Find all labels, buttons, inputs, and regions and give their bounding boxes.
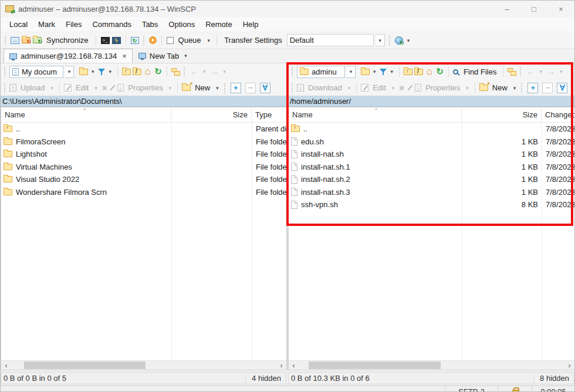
root-directory-icon[interactable] xyxy=(133,69,141,75)
select-files-button[interactable]: + xyxy=(527,83,538,93)
swap-panels-icon[interactable]: ↔ xyxy=(11,37,19,44)
toolbar-grip[interactable] xyxy=(4,83,6,93)
minimize-button[interactable]: – xyxy=(493,1,520,17)
open-directory-caret-icon[interactable]: ▾ xyxy=(90,69,96,75)
download-icon[interactable]: ↓ xyxy=(297,84,304,92)
local-hidden-count[interactable]: 4 hidden xyxy=(245,373,286,384)
new-caret-icon[interactable]: ▾ xyxy=(512,85,518,91)
remote-drive-combo[interactable]: adminu xyxy=(297,66,345,78)
selection-filter-button[interactable]: ∀ xyxy=(557,83,567,93)
synchronize-icon[interactable] xyxy=(33,37,42,43)
local-path-bar[interactable]: C:\Users\Administrator\Documents\ xyxy=(1,96,287,107)
file-row[interactable]: LightshotFile folder xyxy=(1,148,286,161)
edit-caret-icon[interactable]: ▾ xyxy=(93,85,99,91)
properties-icon[interactable] xyxy=(117,84,124,92)
new-button[interactable]: New xyxy=(192,83,212,92)
remote-path-bar[interactable]: /home/adminuser/ xyxy=(288,96,575,107)
file-row[interactable]: edu.sh1 KB7/8/2023 xyxy=(289,136,574,148)
unselect-files-button[interactable]: − xyxy=(245,83,256,93)
synchronize-button[interactable]: Synchronize xyxy=(44,36,91,45)
edit-button[interactable]: Edit xyxy=(370,83,388,92)
parent-directory-row[interactable]: ..7/8/2023 xyxy=(289,123,574,136)
selection-filter-button[interactable]: ∀ xyxy=(260,83,270,93)
session-duration[interactable]: 0:00:05 xyxy=(532,386,574,392)
refresh-icon[interactable]: ↻ xyxy=(154,67,163,76)
unselect-files-button[interactable]: − xyxy=(542,83,553,93)
remote-drive-caret-icon[interactable]: ▾ xyxy=(347,66,356,78)
file-row[interactable]: install-nat.sh1 KB7/8/2023 xyxy=(289,148,574,161)
file-row[interactable]: Wondershare Filmora ScrnFile folder xyxy=(1,186,286,199)
column-header-size[interactable]: Size xyxy=(171,108,252,122)
back-caret-icon[interactable]: ▾ xyxy=(201,69,208,75)
properties-caret-icon[interactable]: ▾ xyxy=(464,85,471,91)
queue-button[interactable]: Queue xyxy=(176,36,204,45)
root-directory-icon[interactable] xyxy=(414,69,423,75)
forward-caret-icon[interactable]: ▾ xyxy=(222,69,228,75)
session-tab[interactable]: adminuser@192.168.78.134 × xyxy=(4,49,133,63)
upload-icon[interactable]: ↑ xyxy=(9,84,16,92)
toolbar-grip[interactable] xyxy=(183,66,186,77)
remote-hidden-count[interactable]: 8 hidden xyxy=(533,373,574,384)
file-row[interactable]: Visual Studio 2022File folder xyxy=(1,173,286,186)
transfer-preset-combo[interactable]: Default xyxy=(287,34,374,46)
back-caret-icon[interactable]: ▾ xyxy=(537,69,544,75)
open-in-putty-icon[interactable]: ϟ xyxy=(112,37,121,44)
toolbar-grip[interactable] xyxy=(4,35,7,46)
home-directory-icon[interactable]: ⌂ xyxy=(143,67,152,76)
new-folder-icon[interactable] xyxy=(182,85,191,91)
scroll-thumb[interactable] xyxy=(24,361,146,369)
properties-caret-icon[interactable]: ▾ xyxy=(167,85,174,91)
rename-icon[interactable] xyxy=(407,84,413,92)
directory-tree-icon[interactable] xyxy=(508,68,516,76)
toolbar-grip[interactable] xyxy=(4,66,6,77)
properties-button[interactable]: Properties xyxy=(423,83,462,92)
edit-button[interactable]: Edit xyxy=(73,83,91,92)
new-folder-icon[interactable] xyxy=(479,85,488,91)
menu-remote[interactable]: Remote xyxy=(200,17,238,32)
close-button[interactable]: × xyxy=(547,1,574,17)
column-header-size[interactable]: Size xyxy=(462,108,542,122)
column-header-changed[interactable]: Changed xyxy=(542,108,574,122)
delete-icon[interactable]: × xyxy=(101,84,109,92)
column-header-name[interactable]: Name xyxy=(1,108,171,122)
menu-mark[interactable]: Mark xyxy=(33,17,60,32)
new-caret-icon[interactable]: ▾ xyxy=(214,85,221,91)
open-console-icon[interactable]: >_ xyxy=(101,37,110,44)
refresh-icon[interactable]: ↻ xyxy=(435,67,444,76)
open-directory-caret-icon[interactable]: ▾ xyxy=(371,69,378,75)
open-directory-icon[interactable] xyxy=(361,69,370,75)
preferences-gear-icon[interactable] xyxy=(149,36,157,44)
properties-icon[interactable] xyxy=(415,84,421,92)
toolbar-grip[interactable] xyxy=(143,35,146,46)
scroll-right-icon[interactable]: › xyxy=(276,361,286,370)
file-row[interactable]: install-nat.sh.11 KB7/8/2023 xyxy=(289,161,574,174)
scroll-thumb[interactable] xyxy=(309,361,441,369)
scroll-track[interactable] xyxy=(11,361,276,370)
file-row[interactable]: install-nat.sh.21 KB7/8/2023 xyxy=(289,173,574,186)
forward-icon[interactable]: → xyxy=(546,67,556,76)
properties-button[interactable]: Properties xyxy=(126,83,165,92)
forward-caret-icon[interactable]: ▾ xyxy=(558,69,564,75)
menu-commands[interactable]: Commands xyxy=(87,17,136,32)
session-dropdown-caret-icon[interactable]: ▾ xyxy=(405,38,412,43)
transfer-preset-caret-icon[interactable]: ▾ xyxy=(376,34,385,46)
file-row[interactable]: ssh-vpn.sh8 KB7/8/2023 xyxy=(289,198,574,211)
back-icon[interactable]: ← xyxy=(525,67,536,76)
toolbar-grip[interactable] xyxy=(291,66,294,77)
synchronize-browsing-icon[interactable] xyxy=(22,37,31,43)
scroll-left-icon[interactable]: ‹ xyxy=(1,361,11,370)
download-caret-icon[interactable]: ▾ xyxy=(346,85,353,91)
menu-help[interactable]: Help xyxy=(238,17,264,32)
encryption-cell[interactable] xyxy=(498,386,532,392)
filter-icon[interactable] xyxy=(380,68,387,76)
column-header-type[interactable]: Type xyxy=(252,108,286,122)
protocol-indicator[interactable]: SFTP-3 xyxy=(445,386,498,392)
toolbar-grip[interactable] xyxy=(519,66,522,77)
filter-caret-icon[interactable]: ▾ xyxy=(389,69,395,75)
local-horizontal-scrollbar[interactable]: ‹ › xyxy=(1,360,287,370)
upload-button[interactable]: Upload xyxy=(18,83,47,92)
delete-icon[interactable]: × xyxy=(398,84,405,92)
menu-tabs[interactable]: Tabs xyxy=(137,17,163,32)
parent-directory-row[interactable]: ..Parent directory xyxy=(1,123,286,136)
new-button[interactable]: New xyxy=(490,83,510,92)
